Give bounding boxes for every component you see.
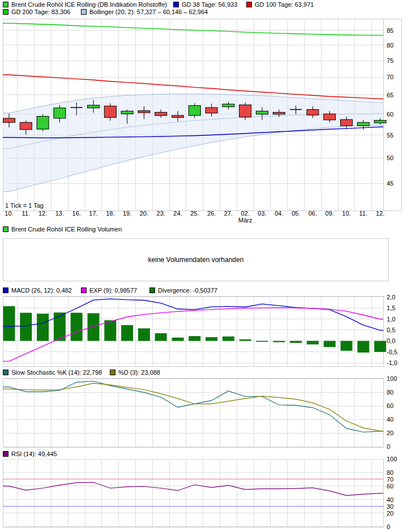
series-swatch-bollinger-icon bbox=[81, 9, 87, 15]
rsi-line-0 bbox=[3, 482, 383, 495]
svg-text:04.: 04. bbox=[275, 210, 283, 217]
svg-text:70: 70 bbox=[387, 74, 393, 80]
legend-label-stoch-d: %D (3): 23,088 bbox=[118, 369, 160, 376]
macd-bar bbox=[290, 341, 302, 343]
svg-text:0,0: 0,0 bbox=[387, 337, 395, 344]
legend-item-gd200: GD 200 Tage: 83,306 bbox=[3, 8, 70, 15]
svg-text:40: 40 bbox=[387, 496, 393, 503]
legend-label-gd100: GD 100 Tage: 63,971 bbox=[255, 1, 314, 8]
legend-label-exp: EXP (9): 0,98577 bbox=[89, 287, 137, 294]
series-swatch-stoch-k-icon bbox=[3, 370, 8, 375]
svg-text:0,5: 0,5 bbox=[387, 327, 395, 333]
legend-label-instrument: Brent Crude Rohöl ICE Rolling (DB Indika… bbox=[11, 1, 167, 8]
svg-text:27.: 27. bbox=[224, 210, 233, 217]
macd-bar bbox=[357, 341, 369, 353]
stochastic-panel[interactable]: 100806040200 bbox=[3, 375, 397, 450]
legend-label-volume: Brent Crude Rohöl ICE Rolling Volumen bbox=[11, 226, 122, 233]
chart-widget: 8580757065605550451 Tick = 1 Tag10.11.12… bbox=[0, 0, 411, 532]
rsi-frame bbox=[3, 459, 383, 527]
series-swatch-gd100-icon bbox=[246, 2, 252, 7]
macd-bar bbox=[155, 333, 167, 341]
rsi-ref-label-30: 30 bbox=[387, 503, 393, 510]
svg-text:09.: 09. bbox=[326, 210, 334, 217]
macd-bar bbox=[189, 336, 200, 341]
svg-text:2,0: 2,0 bbox=[387, 294, 395, 301]
rsi-vgrid bbox=[18, 459, 372, 527]
legend-item-gd100: GD 100 Tage: 63,971 bbox=[246, 1, 314, 8]
svg-text:75: 75 bbox=[387, 57, 393, 64]
legend-item-macd: MACD (26, 12): 0,482 bbox=[3, 287, 72, 294]
series-swatch-exp-icon bbox=[81, 288, 87, 293]
legend-item-gd38: GD 38 Tage: 56,933 bbox=[173, 1, 237, 8]
macd-bar bbox=[341, 341, 353, 351]
series-swatch-gd200-icon bbox=[3, 9, 8, 15]
svg-text:13.: 13. bbox=[55, 210, 64, 217]
macd-bar bbox=[206, 337, 217, 341]
svg-text:50: 50 bbox=[387, 155, 393, 161]
svg-text:25.: 25. bbox=[190, 210, 199, 217]
svg-text:24.: 24. bbox=[173, 210, 182, 217]
legend-label-gd38: GD 38 Tage: 56,933 bbox=[182, 1, 237, 8]
macd-bar bbox=[20, 313, 32, 341]
svg-text:80: 80 bbox=[387, 42, 393, 49]
svg-text:80: 80 bbox=[387, 389, 393, 396]
svg-text:12.: 12. bbox=[38, 210, 47, 217]
svg-text:45: 45 bbox=[387, 180, 393, 187]
svg-text:100: 100 bbox=[387, 375, 397, 382]
stochastic-vgrid bbox=[18, 378, 372, 447]
price-panel[interactable]: 8580757065605550451 Tick = 1 Tag10.11.12… bbox=[3, 19, 401, 224]
svg-text:60: 60 bbox=[387, 402, 393, 409]
svg-text:11.: 11. bbox=[22, 210, 30, 217]
macd-bar bbox=[324, 341, 336, 347]
macd-bar bbox=[307, 341, 319, 344]
tick-note: 1 Tick = 1 Tag bbox=[5, 202, 44, 209]
svg-text:80: 80 bbox=[387, 469, 393, 476]
svg-text:0: 0 bbox=[387, 443, 390, 450]
month-label: März bbox=[238, 217, 252, 224]
stochastic-frame bbox=[3, 378, 383, 447]
macd-bar bbox=[104, 320, 116, 341]
svg-text:1,5: 1,5 bbox=[387, 304, 395, 311]
series-swatch-stoch-d-icon bbox=[110, 370, 115, 375]
rsi-panel[interactable]: 1008060402007030 bbox=[3, 456, 397, 530]
svg-text:12.: 12. bbox=[376, 210, 384, 217]
macd-bar bbox=[239, 340, 251, 341]
svg-text:20.: 20. bbox=[140, 210, 148, 217]
legend-label-gd200: GD 200 Tage: 83,306 bbox=[11, 8, 70, 15]
series-swatch-macd-icon bbox=[3, 288, 8, 293]
macd-bar bbox=[88, 313, 100, 341]
legend-item-volume: Brent Crude Rohöl ICE Rolling Volumen bbox=[3, 226, 122, 233]
gd200-line bbox=[3, 23, 383, 35]
macd-bar bbox=[222, 337, 234, 341]
volume-empty-message: keine Volumendaten vorhanden bbox=[148, 256, 244, 264]
macd-panel[interactable]: 2,01,51,00,50,0-0,5-1,0 bbox=[3, 294, 397, 366]
macd-bar bbox=[256, 341, 268, 342]
svg-text:65: 65 bbox=[387, 92, 393, 98]
legend-item-exp: EXP (9): 0,98577 bbox=[81, 287, 137, 294]
series-swatch-instrument-icon bbox=[3, 2, 8, 7]
macd-bar bbox=[121, 325, 133, 341]
svg-text:55: 55 bbox=[387, 132, 393, 139]
svg-text:11.: 11. bbox=[359, 210, 367, 217]
legend-label-divergence: Divergence: -0,50377 bbox=[158, 287, 217, 294]
series-swatch-divergence-icon bbox=[149, 288, 155, 293]
candle-02. bbox=[239, 102, 251, 120]
price-x-axis: 10.11.12.13.16.17.18.19.20.23.24.25.26.2… bbox=[5, 210, 384, 224]
svg-text:-1,0: -1,0 bbox=[387, 359, 397, 366]
divergence-bars bbox=[3, 306, 387, 353]
legend-item-instrument: Brent Crude Rohöl ICE Rolling (DB Indika… bbox=[3, 1, 167, 8]
legend-label-bollinger: Bollinger (20, 2): 57,327 – 60,146 – 62,… bbox=[89, 8, 208, 15]
svg-text:10.: 10. bbox=[342, 210, 350, 217]
legend-item-stoch-d: %D (3): 23,088 bbox=[110, 369, 160, 376]
legend-label-macd: MACD (26, 12): 0,482 bbox=[11, 287, 72, 294]
svg-text:0: 0 bbox=[387, 524, 390, 530]
macd-bar bbox=[54, 312, 66, 341]
candle-12. bbox=[37, 114, 49, 131]
svg-text:16.: 16. bbox=[72, 210, 81, 217]
legend-label-rsi: RSI (14): 49,445 bbox=[11, 451, 57, 457]
svg-text:23.: 23. bbox=[157, 210, 165, 217]
legend-item-stoch-k: Slow Stochastic %K (14): 22,798 bbox=[3, 369, 102, 376]
macd-bar bbox=[71, 313, 83, 341]
svg-text:20: 20 bbox=[387, 510, 393, 517]
svg-text:02.: 02. bbox=[241, 210, 250, 217]
